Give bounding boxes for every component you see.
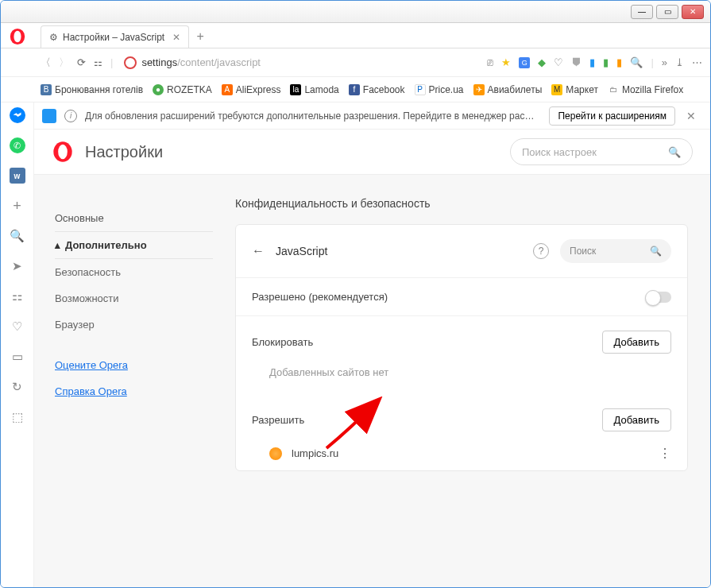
reload-button[interactable]: ⟳ <box>77 56 86 68</box>
nav-rate-opera[interactable]: Оцените Opera <box>55 352 213 378</box>
allowed-row: Разрешено (рекомендуется) <box>236 278 687 316</box>
nav-browser[interactable]: Браузер <box>55 311 213 338</box>
toolbar-icons: ⎚ ★ G ◆ ♡ ⛊ ▮ ▮ ▮ 🔍 | » ⤓ ⋯ <box>487 56 702 68</box>
nav-advanced[interactable]: ▴ Дополнительно <box>55 231 213 259</box>
translate-icon[interactable]: G <box>519 57 530 68</box>
bookmark-rozetka[interactable]: ●ROZETKA <box>153 84 212 95</box>
block-heading-row: Блокировать Добавить <box>236 316 687 358</box>
ext-icon-3[interactable]: ▮ <box>603 56 609 68</box>
ext-icon-1[interactable]: ◆ <box>538 56 546 68</box>
chevron-up-icon: ▴ <box>55 239 60 251</box>
messenger-icon[interactable] <box>10 107 25 123</box>
tab-bar: ⚙ Настройки – JavaScript ✕ + <box>1 23 710 48</box>
search-icon: 🔍 <box>668 146 681 158</box>
search-sidebar-icon[interactable]: 🔍 <box>10 228 25 244</box>
nav-security[interactable]: Безопасность <box>55 259 213 285</box>
star-icon[interactable]: ★ <box>501 56 511 68</box>
new-tab-button[interactable]: + <box>189 25 211 48</box>
left-sidebar: ✆ w + 🔍 ➤ ⚏ ♡ ▭ ↻ ⬚ <box>1 103 34 587</box>
close-window-button[interactable]: ✕ <box>682 5 704 19</box>
ext-icon-2[interactable]: ▮ <box>589 56 595 68</box>
url-text: settings/content/javascript <box>141 56 261 68</box>
download-icon[interactable]: ⤓ <box>675 56 684 68</box>
notif-badge-icon <box>42 109 56 123</box>
svg-point-3 <box>58 145 68 160</box>
back-arrow-button[interactable]: ← <box>252 244 265 258</box>
history-icon[interactable]: ↻ <box>10 379 25 395</box>
bookmark-market[interactable]: ММаркет <box>551 84 598 95</box>
bookmark-lamoda[interactable]: laLamoda <box>290 84 338 95</box>
search-toolbar-icon[interactable]: 🔍 <box>630 56 643 68</box>
panel-search-input[interactable]: Поиск 🔍 <box>560 239 671 263</box>
speed-dial-icon[interactable]: ⚏ <box>10 288 25 304</box>
forward-button[interactable]: 〉 <box>59 56 69 70</box>
bookmark-priceua[interactable]: PPrice.ua <box>415 84 464 95</box>
bookmark-mozilla[interactable]: 🗀Mozilla Firefox <box>608 84 683 95</box>
url-box[interactable]: settings/content/javascript <box>121 56 479 69</box>
site-domain: lumpics.ru <box>292 447 338 459</box>
nav-features[interactable]: Возможности <box>55 285 213 311</box>
site-more-button[interactable]: ⋮ <box>659 446 671 461</box>
heart-sidebar-icon[interactable]: ♡ <box>10 319 25 335</box>
add-messenger-button[interactable]: + <box>10 198 25 214</box>
maximize-button[interactable]: ▭ <box>656 5 678 19</box>
section-title: Конфиденциальность и безопасность <box>235 197 688 210</box>
help-icon[interactable]: ? <box>533 243 549 259</box>
allowed-label: Разрешено (рекомендуется) <box>252 291 388 303</box>
send-icon[interactable]: ➤ <box>10 258 25 274</box>
allow-heading: Разрешить <box>252 414 304 426</box>
window-titlebar: — ▭ ✕ <box>1 1 710 23</box>
block-heading: Блокировать <box>252 336 313 348</box>
browser-tab[interactable]: ⚙ Настройки – JavaScript ✕ <box>41 25 189 48</box>
menu-icon[interactable]: ⋯ <box>692 56 702 68</box>
settings-title: Настройки <box>85 143 163 161</box>
extensions-icon[interactable]: ⬚ <box>10 409 25 425</box>
bookmark-aviabilety[interactable]: ✈Авиабилеты <box>473 84 543 95</box>
add-allow-button[interactable]: Добавить <box>602 408 671 431</box>
address-bar: 〈 〉 ⟳ ⚏ | settings/content/javascript ⎚ … <box>1 48 710 77</box>
javascript-panel: ← JavaScript ? Поиск 🔍 Разрешено (рекоме… <box>235 224 688 471</box>
info-icon: i <box>64 110 77 122</box>
allow-heading-row: Разрешить Добавить <box>236 394 687 436</box>
close-tab-icon[interactable]: ✕ <box>172 32 180 43</box>
block-empty-text: Добавленных сайтов нет <box>236 358 687 394</box>
back-button[interactable]: 〈 <box>41 56 51 70</box>
camera-icon[interactable]: ⎚ <box>487 56 493 68</box>
search-icon: 🔍 <box>650 246 662 257</box>
shield-icon[interactable]: ⛊ <box>571 56 582 68</box>
nav-basic[interactable]: Основные <box>55 205 213 231</box>
whatsapp-icon[interactable]: ✆ <box>10 137 25 153</box>
javascript-toggle[interactable] <box>646 292 671 303</box>
speed-dial-button[interactable]: ⚏ <box>94 57 102 68</box>
settings-header: Настройки Поиск настроек 🔍 <box>34 130 710 174</box>
nav-help-opera[interactable]: Справка Opera <box>55 378 213 404</box>
bookmarks-bar: BБронювання готелів ●ROZETKA AAliExpress… <box>1 77 710 103</box>
panel-title: JavaScript <box>276 245 522 257</box>
opera-url-icon <box>124 56 137 69</box>
settings-search-input[interactable]: Поиск настроек 🔍 <box>510 138 693 165</box>
search-placeholder: Поиск настроек <box>522 146 597 158</box>
opera-logo-icon <box>9 28 26 45</box>
settings-nav: Основные ▴ Дополнительно Безопасность Во… <box>34 175 213 587</box>
opera-settings-logo-icon <box>52 141 74 163</box>
svg-point-1 <box>14 31 21 43</box>
allowed-site-row[interactable]: lumpics.ru ⋮ <box>236 436 687 470</box>
bookmark-facebook[interactable]: fFacebook <box>349 84 405 95</box>
add-block-button[interactable]: Добавить <box>602 331 671 354</box>
minimize-button[interactable]: — <box>631 5 653 19</box>
bookmark-aliexpress[interactable]: AAliExpress <box>222 84 281 95</box>
gear-icon: ⚙ <box>49 32 58 43</box>
tab-title: Настройки – JavaScript <box>63 32 164 43</box>
goto-extensions-button[interactable]: Перейти к расширениям <box>549 106 675 126</box>
bookmark-hotels[interactable]: BБронювання готелів <box>41 84 143 95</box>
notification-bar: i Для обновления расширений требуются до… <box>34 103 710 130</box>
news-icon[interactable]: ▭ <box>10 349 25 365</box>
site-favicon-icon <box>269 447 282 460</box>
notification-text: Для обновления расширений требуются допо… <box>85 110 541 122</box>
heart-icon[interactable]: ♡ <box>554 56 563 68</box>
dismiss-notification-button[interactable]: ✕ <box>683 110 699 122</box>
ext-icon-4[interactable]: ▮ <box>616 56 622 68</box>
vk-icon[interactable]: w <box>10 168 25 184</box>
more-icon[interactable]: » <box>662 56 667 68</box>
